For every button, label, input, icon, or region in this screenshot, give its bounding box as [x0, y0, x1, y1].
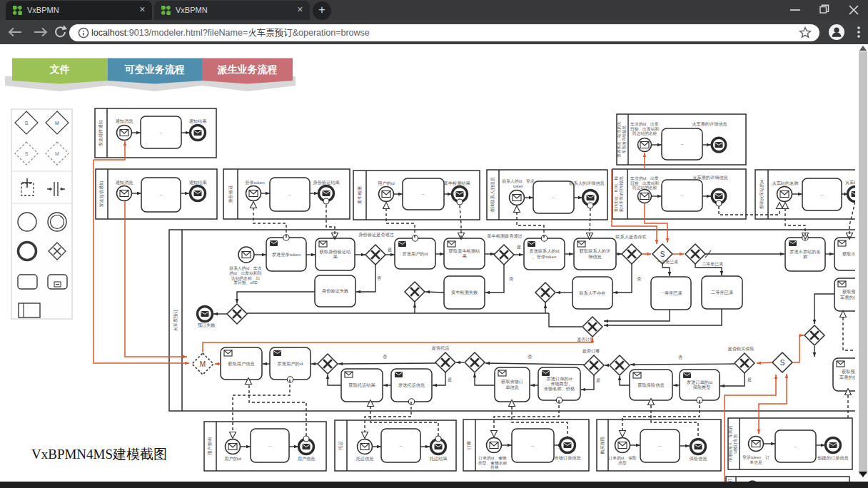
svg-text:登录token、订: 登录token、订	[742, 454, 769, 459]
svg-text:–: –	[160, 192, 163, 197]
svg-text:保险信息: 保险信息	[690, 456, 708, 462]
svg-text:否: 否	[383, 354, 388, 360]
svg-text:是: 是	[448, 377, 452, 382]
svg-text:M: M	[55, 121, 59, 126]
svg-text:–: –	[268, 443, 271, 448]
svg-text:托运: 托运	[338, 441, 343, 450]
svg-text:S: S	[660, 250, 665, 258]
svg-text:二等座已满: 二等座已满	[711, 290, 733, 295]
svg-text:称: 称	[803, 254, 808, 259]
svg-text:一等座已满: 一等座已满	[657, 259, 678, 265]
svg-text:黄牛检测失败: 黄牛检测失败	[451, 290, 478, 295]
svg-text:token: token	[513, 184, 523, 188]
svg-text:–: –	[681, 141, 684, 146]
svg-text:M: M	[55, 151, 59, 156]
svg-text:S: S	[780, 359, 785, 367]
svg-text:单信息: 单信息	[505, 385, 519, 390]
svg-text:用户信息: 用户信息	[298, 456, 316, 462]
svg-text:S: S	[25, 151, 29, 156]
svg-text:身份验证是否通过: 身份验证是否通过	[358, 232, 394, 238]
svg-text:发送用户的id: 发送用户的id	[278, 361, 303, 367]
svg-text:联系人是否存在: 联系人是否存在	[615, 234, 646, 240]
svg-text:否: 否	[528, 354, 533, 360]
svg-text:是: 是	[747, 377, 752, 382]
svg-text:果: 果	[333, 254, 338, 259]
svg-text:M: M	[200, 360, 206, 368]
svg-text:–: –	[552, 195, 555, 200]
svg-text:获取托运结果: 获取托运结果	[348, 382, 375, 388]
svg-text:细信息: 细信息	[588, 254, 602, 260]
svg-text:创建的订单信息: 创建的订单信息	[817, 455, 849, 461]
svg-text:使用联系人、车票的: 使用联系人、车票的	[728, 426, 733, 462]
svg-text:是: 是	[517, 244, 521, 250]
svg-text:–: –	[532, 443, 535, 448]
svg-text:食物订单信息: 食物订单信息	[554, 455, 581, 461]
svg-text:获取保险信息: 获取保险信息	[637, 382, 665, 388]
svg-text:–: –	[288, 192, 291, 197]
svg-text:车票的详细信息: 车票的详细信息	[622, 126, 627, 154]
svg-text:查询班次、时间、检: 查询班次、时间、检	[614, 176, 619, 212]
svg-text:用户的id: 用户的id	[224, 456, 241, 462]
svg-text:托运结果: 托运结果	[429, 456, 448, 462]
svg-text:是否托运: 是否托运	[432, 345, 450, 351]
svg-text:果: 果	[462, 253, 467, 258]
svg-text:–: –	[659, 443, 662, 448]
svg-text:发日期、cfID: 发日期、cfID	[233, 280, 258, 285]
svg-text:、登录token: 、登录token	[533, 254, 557, 260]
svg-text:–: –	[681, 193, 684, 198]
svg-text:托运信息: 托运信息	[355, 456, 375, 462]
svg-text:达站的名称、出: 达站的名称、出	[231, 275, 261, 281]
svg-text:火车票的详细信息: 火车票的详细信息	[692, 121, 727, 127]
svg-text:是否订餐: 是否订餐	[582, 348, 600, 354]
svg-text:通知结果: 通知结果	[189, 180, 208, 185]
svg-text:通知消息: 通知消息	[116, 180, 134, 185]
svg-text:火车票预订: 火车票预订	[173, 310, 178, 332]
svg-text:是: 是	[596, 377, 600, 383]
svg-text:–: –	[422, 191, 425, 196]
svg-text:发送登录token: 发送登录token	[272, 252, 301, 258]
svg-text:发送邮件通知: 发送邮件通知	[98, 120, 104, 146]
svg-text:否: 否	[637, 276, 642, 282]
svg-text:购买保险: 购买保险	[600, 437, 605, 454]
svg-text:获取用户信息: 获取用户信息	[228, 361, 255, 367]
svg-text:、保险类型: 、保险类型	[689, 385, 711, 390]
svg-text:否: 否	[678, 355, 683, 360]
svg-text:登录token: 登录token	[245, 180, 265, 185]
svg-text:火车站的名称: 火车站的名称	[772, 181, 799, 186]
svg-text:身份验证: 身份验证	[228, 185, 233, 203]
svg-text:联系人不存在: 联系人不存在	[579, 290, 605, 296]
svg-text:黄牛检测结果: 黄牛检测结果	[443, 181, 470, 186]
svg-text:的id、出发站和到: 的id、出发站和到	[229, 270, 261, 276]
svg-text:发送用户的id: 发送用户的id	[403, 251, 428, 257]
svg-text:单信息: 单信息	[750, 460, 762, 465]
svg-text:订餐: 订餐	[466, 441, 471, 449]
svg-text:是: 是	[388, 247, 392, 253]
svg-text:用户的id: 用户的id	[378, 181, 395, 186]
svg-text:文件: 文件	[49, 63, 70, 75]
svg-text:id预订车票: id预订车票	[733, 434, 738, 453]
svg-text:用户查询: 用户查询	[207, 437, 213, 455]
svg-text:类型: 类型	[618, 460, 627, 465]
svg-text:查询火车站的id: 查询火车站的id	[759, 179, 764, 209]
svg-text:是否购买保险: 是否购买保险	[727, 346, 754, 352]
svg-text:黄牛检测是否通过: 黄牛检测是否通过	[487, 233, 523, 239]
svg-text:–: –	[794, 444, 797, 449]
svg-text:一等座已满: 一等座已满	[660, 290, 682, 296]
svg-text:VxBPMN4MS建模截图: VxBPMN4MS建模截图	[31, 447, 167, 462]
svg-text:食物名称、价格: 食物名称、价格	[544, 386, 575, 392]
svg-text:预订失败: 预订失败	[198, 322, 216, 328]
svg-text:–: –	[821, 192, 824, 197]
svg-text:黄牛检测: 黄牛检测	[357, 186, 363, 204]
svg-text:身份验证失败: 身份验证失败	[322, 288, 349, 294]
svg-text:、价格: 、价格	[486, 465, 499, 470]
svg-text:身份验证结果: 身份验证结果	[313, 180, 340, 185]
svg-text:S: S	[25, 121, 29, 126]
svg-text:否: 否	[377, 275, 382, 281]
svg-text:–: –	[160, 130, 163, 135]
svg-text:通知消息: 通知消息	[116, 118, 134, 124]
svg-text:联系人的详细信息: 联系人的详细信息	[569, 181, 605, 186]
svg-text:否: 否	[509, 276, 514, 282]
svg-text:查询班次、站点的火: 查询班次、站点的火	[617, 121, 622, 158]
svg-text:索火车票的详细信息: 索火车票的详细信息	[619, 176, 624, 212]
svg-text:可变业务流程: 可变业务流程	[124, 63, 185, 75]
